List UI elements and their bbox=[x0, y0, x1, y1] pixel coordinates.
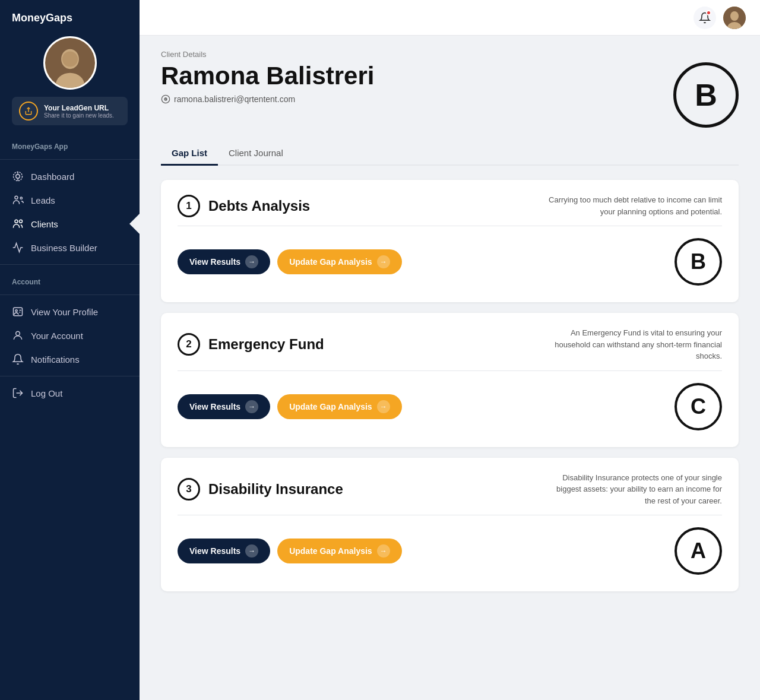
your-account-label: Your Account bbox=[31, 331, 83, 341]
gap-card-title-row: 2 Emergency Fund bbox=[178, 333, 324, 356]
svg-point-20 bbox=[730, 11, 739, 21]
divider-1 bbox=[0, 159, 140, 160]
leads-label: Leads bbox=[31, 195, 55, 205]
user-avatar-img bbox=[723, 7, 746, 29]
app-section-label: MoneyGaps App bbox=[0, 134, 140, 154]
gap-description: An Emergency Fund is vital to ensuring y… bbox=[544, 327, 722, 362]
gap-number: 2 bbox=[178, 333, 200, 356]
sidebar-avatar-section: Your LeadGen URL Share it to gain new le… bbox=[0, 30, 140, 134]
sidebar-item-notifications[interactable]: Notifications bbox=[0, 347, 140, 371]
email-icon bbox=[161, 94, 170, 104]
gap-title: Disability Insurance bbox=[208, 481, 343, 498]
svg-point-12 bbox=[20, 220, 23, 223]
gap-number: 1 bbox=[178, 195, 200, 217]
sidebar: MoneyGaps Your LeadGen URL Share it to g… bbox=[0, 0, 140, 700]
gap-divider bbox=[178, 515, 722, 515]
update-gap-button[interactable]: Update Gap Analysis → bbox=[277, 249, 402, 274]
client-email: ramona.balistreri@qrtentent.com bbox=[161, 94, 374, 104]
gap-card-header: 2 Emergency Fund An Emergency Fund is vi… bbox=[178, 327, 722, 362]
leadgen-title: Your LeadGen URL bbox=[44, 104, 114, 112]
view-results-button[interactable]: View Results → bbox=[178, 249, 270, 274]
leads-icon bbox=[12, 194, 24, 206]
client-header: Ramona Balistreri ramona.balistreri@qrte… bbox=[161, 62, 739, 128]
tabs: Gap List Client Journal bbox=[161, 142, 739, 166]
arrow-circle-update: → bbox=[377, 544, 390, 558]
gap-number: 3 bbox=[178, 478, 200, 501]
gap-card: 3 Disability Insurance Disability Insura… bbox=[161, 458, 739, 592]
update-gap-button[interactable]: Update Gap Analysis → bbox=[277, 539, 402, 563]
view-results-button[interactable]: View Results → bbox=[178, 394, 270, 419]
tab-client-journal[interactable]: Client Journal bbox=[218, 142, 294, 166]
gap-card: 1 Debts Analysis Carrying too much debt … bbox=[161, 180, 739, 302]
sidebar-item-business-builder[interactable]: Business Builder bbox=[0, 236, 140, 259]
active-arrow bbox=[129, 213, 140, 235]
grade-badge: A bbox=[674, 527, 722, 575]
svg-point-9 bbox=[15, 196, 18, 199]
view-results-button[interactable]: View Results → bbox=[178, 539, 270, 563]
main-content: Client Details Ramona Balistreri ramona.… bbox=[140, 0, 760, 700]
svg-point-14 bbox=[15, 310, 17, 312]
gap-actions: View Results → Update Gap Analysis → bbox=[178, 539, 402, 563]
user-avatar-top[interactable] bbox=[723, 7, 746, 29]
leadgen-text: Your LeadGen URL Share it to gain new le… bbox=[44, 104, 114, 119]
gap-card-title-row: 1 Debts Analysis bbox=[178, 195, 310, 217]
gap-card-title-row: 3 Disability Insurance bbox=[178, 478, 343, 501]
dashboard-label: Dashboard bbox=[31, 172, 74, 182]
divider-4 bbox=[0, 376, 140, 376]
view-profile-label: View Your Profile bbox=[31, 307, 98, 317]
gap-description: Carrying too much debt relative to incom… bbox=[544, 194, 722, 217]
gap-card-footer: View Results → Update Gap Analysis → C bbox=[178, 383, 722, 430]
gap-card-footer: View Results → Update Gap Analysis → A bbox=[178, 527, 722, 575]
gap-title: Debts Analysis bbox=[208, 198, 310, 214]
sidebar-item-clients[interactable]: Clients bbox=[0, 212, 140, 236]
svg-point-5 bbox=[16, 175, 20, 179]
logout-label: Log Out bbox=[31, 388, 62, 398]
client-grade-badge: B bbox=[673, 62, 739, 128]
avatar bbox=[43, 36, 97, 90]
gap-title: Emergency Fund bbox=[208, 336, 324, 353]
arrow-circle-update: → bbox=[377, 255, 390, 268]
grade-badge: B bbox=[674, 238, 722, 286]
sidebar-item-leads[interactable]: Leads bbox=[0, 188, 140, 212]
sidebar-item-view-profile[interactable]: View Your Profile bbox=[0, 300, 140, 324]
arrow-circle-update: → bbox=[377, 400, 390, 413]
arrow-circle: → bbox=[245, 544, 258, 558]
account-icon bbox=[12, 330, 24, 341]
svg-point-10 bbox=[20, 197, 22, 199]
gap-card-footer: View Results → Update Gap Analysis → B bbox=[178, 238, 722, 286]
topbar bbox=[140, 0, 760, 36]
gap-divider bbox=[178, 370, 722, 371]
business-builder-icon bbox=[12, 242, 24, 254]
svg-point-11 bbox=[15, 220, 18, 223]
sidebar-logo: MoneyGaps bbox=[0, 0, 140, 30]
svg-point-17 bbox=[16, 331, 20, 335]
leadgen-icon bbox=[19, 102, 38, 121]
notifications-label: Notifications bbox=[31, 354, 80, 365]
gap-actions: View Results → Update Gap Analysis → bbox=[178, 249, 402, 274]
profile-icon bbox=[12, 306, 24, 318]
gap-description: Disability Insurance protects one of you… bbox=[544, 472, 722, 507]
business-builder-label: Business Builder bbox=[31, 243, 97, 253]
arrow-circle: → bbox=[245, 400, 258, 413]
tab-gap-list[interactable]: Gap List bbox=[161, 142, 218, 166]
breadcrumb: Client Details bbox=[161, 50, 739, 59]
sidebar-item-dashboard[interactable]: Dashboard bbox=[0, 164, 140, 188]
notifications-button[interactable] bbox=[694, 7, 716, 29]
leadgen-subtitle: Share it to gain new leads. bbox=[44, 112, 114, 119]
gap-card: 2 Emergency Fund An Emergency Fund is vi… bbox=[161, 313, 739, 447]
update-gap-button[interactable]: Update Gap Analysis → bbox=[277, 394, 402, 419]
divider-3 bbox=[0, 294, 140, 295]
dashboard-icon bbox=[12, 170, 24, 182]
gap-actions: View Results → Update Gap Analysis → bbox=[178, 394, 402, 419]
gap-cards-container: 1 Debts Analysis Carrying too much debt … bbox=[161, 180, 739, 591]
client-info: Ramona Balistreri ramona.balistreri@qrte… bbox=[161, 62, 374, 104]
grade-badge: C bbox=[674, 383, 722, 430]
sidebar-item-logout[interactable]: Log Out bbox=[0, 381, 140, 405]
gap-card-header: 3 Disability Insurance Disability Insura… bbox=[178, 472, 722, 507]
notifications-icon bbox=[12, 353, 24, 365]
leadgen-url-card[interactable]: Your LeadGen URL Share it to gain new le… bbox=[12, 97, 128, 125]
client-email-text: ramona.balistreri@qrtentent.com bbox=[174, 94, 295, 104]
logout-icon bbox=[12, 387, 24, 399]
clients-icon bbox=[12, 218, 24, 230]
sidebar-item-your-account[interactable]: Your Account bbox=[0, 324, 140, 347]
